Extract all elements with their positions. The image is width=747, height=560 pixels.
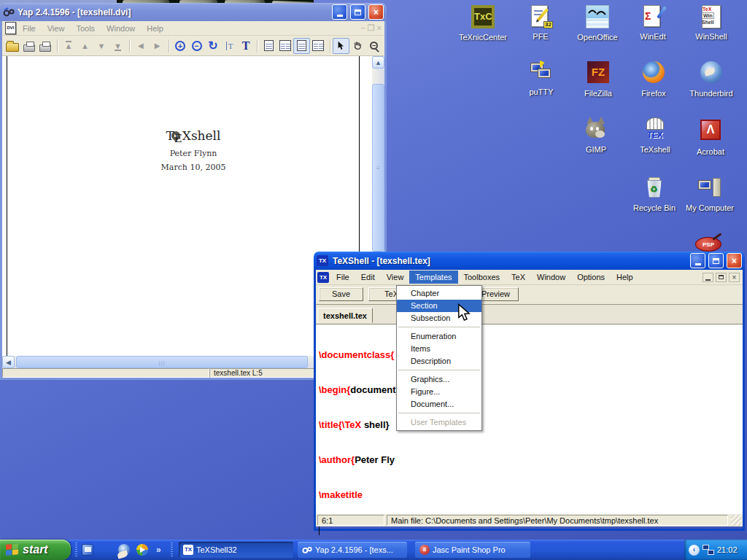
magnifier-icon[interactable] bbox=[366, 38, 383, 54]
desktop-icon-thunderbird[interactable]: Thunderbird bbox=[678, 60, 744, 99]
yap-menu-view[interactable]: View bbox=[42, 23, 70, 34]
desktop-icon-gimp[interactable]: GIMP bbox=[563, 117, 629, 155]
texshell-close-button[interactable]: × bbox=[727, 253, 742, 268]
menu-separator bbox=[398, 370, 480, 370]
start-button[interactable]: start bbox=[0, 540, 71, 560]
quicklaunch-overflow-chevron[interactable]: » bbox=[156, 545, 161, 555]
yap-hscroll-thumb[interactable]: ||| bbox=[16, 356, 308, 368]
yap-menu-window[interactable]: Window bbox=[101, 23, 140, 34]
editor-area[interactable]: \documentclass{ \begin{document} \title{… bbox=[316, 324, 743, 514]
page-facing-icon[interactable] bbox=[277, 38, 294, 54]
desktop-icon-paintshoppro[interactable]: PSP bbox=[695, 237, 721, 252]
desktop-icon-texniccenter[interactable]: TxC TeXnicCenter bbox=[450, 4, 516, 43]
desktop-icon-my-computer[interactable]: My Computer bbox=[677, 176, 743, 214]
yap-close-button[interactable]: × bbox=[368, 4, 384, 20]
openoffice-icon bbox=[586, 5, 609, 28]
menu-separator bbox=[398, 413, 480, 413]
texshell-window-title: TeXShell - [texshell.tex] bbox=[333, 256, 687, 266]
quicklaunch-thunderbird-icon[interactable] bbox=[118, 544, 130, 556]
menu-item-items[interactable]: Items bbox=[397, 343, 481, 355]
print-setup-icon[interactable] bbox=[37, 38, 54, 54]
mdi-minimize-button[interactable] bbox=[703, 273, 713, 282]
network-status-icon[interactable] bbox=[703, 545, 714, 555]
menu-item-figure[interactable]: Figure... bbox=[397, 386, 481, 398]
menu-edit[interactable]: Edit bbox=[355, 271, 381, 284]
yap-icon bbox=[3, 7, 15, 18]
first-page-icon[interactable]: ▲ bbox=[61, 38, 77, 54]
gimp-icon bbox=[584, 117, 608, 142]
yap-toolbar: ▲ ▲ ▼ ▼ ◀ ▶ + − ↻ T T bbox=[2, 36, 384, 56]
resize-grip[interactable] bbox=[731, 515, 741, 526]
menu-options[interactable]: Options bbox=[571, 271, 611, 284]
menu-item-graphics[interactable]: Graphics... bbox=[397, 373, 481, 386]
dvi-title-text: TEXshell bbox=[120, 128, 266, 143]
texshell-tabbar: texshell.tex bbox=[316, 305, 743, 324]
menu-help[interactable]: Help bbox=[611, 271, 639, 284]
menu-item-description[interactable]: Description bbox=[397, 355, 481, 368]
page-continuous-facing-icon[interactable] bbox=[310, 38, 327, 54]
forward-icon[interactable]: ▶ bbox=[149, 38, 166, 54]
yap-menu-tools[interactable]: Tools bbox=[71, 23, 100, 34]
texshell-minimize-button[interactable] bbox=[690, 253, 705, 268]
menu-view[interactable]: View bbox=[381, 271, 410, 284]
dvi-author-text: Peter Flynn bbox=[120, 149, 266, 158]
mdi-restore-button[interactable] bbox=[716, 273, 727, 282]
recycle-bin-icon: ♻ bbox=[642, 176, 667, 201]
texshell-menubar: TX File Edit View Templates Toolboxes Te… bbox=[316, 270, 743, 285]
print-icon[interactable] bbox=[21, 38, 38, 54]
desktop-icon-winedt[interactable]: Σ WinEdt bbox=[620, 4, 686, 42]
back-icon[interactable]: ◀ bbox=[133, 38, 150, 54]
text-large-icon[interactable]: T bbox=[238, 38, 255, 54]
desktop-icon-pfe[interactable]: 32 PFE bbox=[508, 4, 573, 42]
mdi-close-button[interactable]: × bbox=[729, 273, 740, 282]
scroll-left-icon[interactable]: ◀ bbox=[2, 356, 15, 368]
hide-icons-chevron-icon[interactable]: ‹ bbox=[689, 545, 700, 556]
texshell-task-icon: TX bbox=[183, 545, 193, 555]
menu-item-enumeration[interactable]: Enumeration bbox=[397, 330, 481, 343]
yap-titlebar[interactable]: Yap 2.4.1596 - [texshell.dvi] × bbox=[0, 3, 387, 21]
menu-file[interactable]: File bbox=[330, 271, 355, 284]
open-folder-icon[interactable] bbox=[4, 38, 21, 54]
previous-page-icon[interactable]: ▲ bbox=[77, 38, 93, 54]
hand-tool-icon[interactable] bbox=[349, 38, 366, 54]
desktop-icon-firefox[interactable]: Firefox bbox=[621, 60, 686, 99]
desktop-icon-winshell[interactable]: TeXWinShell WinShell bbox=[678, 4, 744, 42]
taskbar-task-paintshoppro[interactable]: 8 Jasc Paint Shop Pro bbox=[415, 542, 530, 558]
yap-menu-file[interactable]: File bbox=[18, 23, 41, 34]
winedt-icon: Σ bbox=[640, 4, 665, 29]
menu-toolboxes[interactable]: Toolboxes bbox=[458, 271, 506, 284]
texshell-statusbar: 6:1 Main file: C:\Documents and Settings… bbox=[316, 514, 743, 526]
menu-item-chapter[interactable]: Chapter bbox=[397, 287, 481, 300]
taskbar-task-texshell32[interactable]: TX TeXShell32 bbox=[179, 542, 293, 558]
yap-maximize-button[interactable] bbox=[350, 4, 365, 20]
desktop-icon-acrobat[interactable]: Λ Acrobat bbox=[678, 117, 743, 158]
next-page-icon[interactable]: ▼ bbox=[93, 38, 110, 54]
yap-vscroll-thumb[interactable]: ≡ bbox=[372, 84, 384, 252]
taskbar-task-yap[interactable]: Yap 2.4.1596 - [texs... bbox=[298, 542, 407, 558]
quicklaunch-firefox-icon[interactable] bbox=[100, 544, 112, 556]
tab-texshell-tex[interactable]: texshell.tex bbox=[317, 308, 373, 323]
menu-window[interactable]: Window bbox=[531, 271, 571, 284]
desktop-icon-putty[interactable]: puTTY bbox=[508, 60, 574, 98]
zoom-out-icon[interactable]: − bbox=[188, 38, 205, 54]
text-small-icon[interactable]: T bbox=[221, 38, 238, 54]
menu-separator bbox=[398, 327, 480, 327]
page-single-icon[interactable] bbox=[260, 38, 277, 54]
refresh-icon[interactable]: ↻ bbox=[205, 38, 222, 54]
menu-tex[interactable]: TeX bbox=[506, 271, 531, 284]
menu-item-document[interactable]: Document... bbox=[397, 398, 481, 411]
windows-flag-icon bbox=[6, 543, 19, 557]
texshell-maximize-button[interactable] bbox=[708, 253, 724, 268]
menu-templates[interactable]: Templates bbox=[409, 271, 457, 284]
select-arrow-icon[interactable] bbox=[333, 38, 349, 54]
media-player-icon[interactable] bbox=[136, 544, 148, 556]
texshell-titlebar[interactable]: TX TeXShell - [texshell.tex] × bbox=[314, 252, 745, 270]
show-desktop-icon[interactable] bbox=[82, 544, 93, 556]
yap-minimize-button[interactable] bbox=[332, 4, 347, 20]
scroll-up-icon[interactable]: ▲ bbox=[372, 56, 384, 69]
save-button[interactable]: Save bbox=[319, 287, 363, 301]
yap-menu-help[interactable]: Help bbox=[142, 23, 169, 34]
zoom-in-icon[interactable]: + bbox=[172, 38, 189, 54]
page-continuous-icon[interactable] bbox=[293, 38, 310, 54]
last-page-icon[interactable]: ▼ bbox=[109, 38, 126, 54]
